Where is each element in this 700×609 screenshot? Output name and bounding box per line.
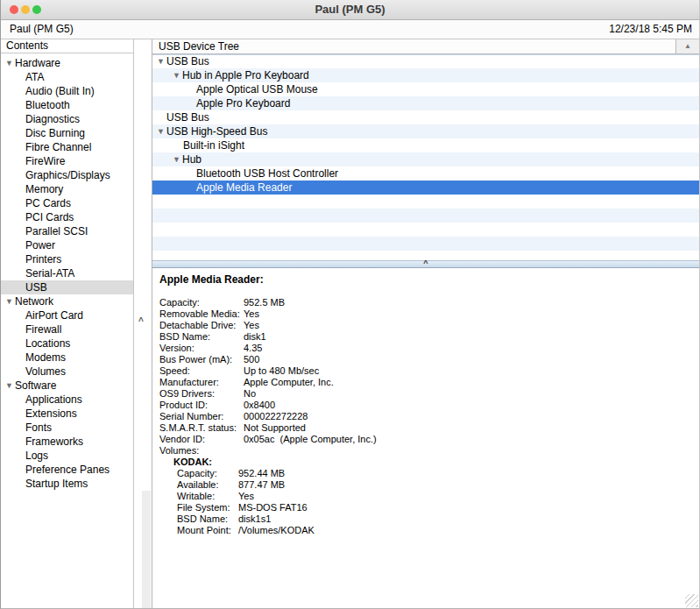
volume-name-kodak: KODAK: <box>152 457 699 468</box>
report-datetime: 12/23/18 5:45 PM <box>609 20 692 39</box>
tree-empty-row[interactable] <box>152 195 699 209</box>
volume-row-writable: Writable:Yes <box>152 491 699 502</box>
detail-row-vendor-id: Vendor ID:0x05ac (Apple Computer, Inc.) <box>152 434 699 445</box>
detail-row-capacity: Capacity:952.5 MB <box>152 297 699 308</box>
sidebar-item-modems[interactable]: Modems <box>1 351 133 365</box>
detail-row-serial-number: Serial Number:000022272228 <box>152 411 699 422</box>
scrollbar-track[interactable] <box>142 491 151 608</box>
disclosure-triangle-icon[interactable]: ▼ <box>173 152 182 166</box>
sidebar-item-memory[interactable]: Memory <box>1 182 133 196</box>
sidebar-item-fibre-channel[interactable]: Fibre Channel <box>1 140 133 154</box>
tree-row-usb-bus-2[interactable]: USB Bus <box>152 110 699 124</box>
resize-grip-icon[interactable] <box>685 594 698 607</box>
details-title: Apple Media Reader: <box>152 268 699 286</box>
volume-row-file-system: File System:MS-DOS FAT16 <box>152 502 699 513</box>
tree-row-apple-media-reader-selected[interactable]: Apple Media Reader <box>152 181 699 195</box>
sidebar-item-printers[interactable]: Printers <box>1 252 133 266</box>
sort-ascending-icon: ▲ <box>684 42 691 50</box>
tree-empty-row[interactable] <box>152 223 699 237</box>
usb-device-tree: ▼USB Bus ▼Hub in Apple Pro Keyboard Appl… <box>152 54 699 260</box>
disclosure-triangle-icon[interactable]: ▼ <box>157 54 166 68</box>
sidebar-item-software[interactable]: ▼Software <box>1 379 133 393</box>
disclosure-triangle-icon[interactable]: ▼ <box>5 56 15 70</box>
sidebar-item-parallel-scsi[interactable]: Parallel SCSI <box>1 224 133 238</box>
detail-row-os9-drivers: OS9 Drivers:No <box>152 388 699 400</box>
detail-row-volumes: Volumes: <box>152 445 699 457</box>
window-title: Paul (PM G5) <box>315 3 385 16</box>
minimize-button[interactable] <box>21 5 30 14</box>
detail-row-smart-status: S.M.A.R.T. status:Not Supported <box>152 422 699 434</box>
sidebar-item-ata[interactable]: ATA <box>1 70 133 84</box>
scroll-up-arrow-icon[interactable]: ^ <box>136 316 146 326</box>
tree-empty-row[interactable] <box>152 237 699 251</box>
detail-row-bus-power: Bus Power (mA):500 <box>152 354 699 365</box>
sort-indicator[interactable]: ▲ <box>675 39 699 53</box>
info-bar: Paul (PM G5) 12/23/18 5:45 PM <box>1 20 699 39</box>
tree-row-usb-high-speed-bus[interactable]: ▼USB High-Speed Bus <box>152 124 699 138</box>
detail-row-detachable-drive: Detachable Drive:Yes <box>152 320 699 331</box>
close-button[interactable] <box>10 5 18 14</box>
volume-row-bsd-name: BSD Name:disk1s1 <box>152 513 699 525</box>
traffic-lights <box>10 5 41 14</box>
tree-row-apple-optical-usb-mouse[interactable]: Apple Optical USB Mouse <box>152 82 699 96</box>
host-name: Paul (PM G5) <box>10 20 74 39</box>
title-bar[interactable]: Paul (PM G5) <box>1 0 699 20</box>
sidebar-item-graphics-displays[interactable]: Graphics/Displays <box>1 168 133 182</box>
sidebar-item-bluetooth[interactable]: Bluetooth <box>1 98 133 112</box>
detail-row-product-id: Product ID:0x8400 <box>152 400 699 411</box>
volume-row-capacity: Capacity:952.44 MB <box>152 468 699 479</box>
sidebar-item-fonts[interactable]: Fonts <box>1 421 133 435</box>
device-tree-header[interactable]: USB Device Tree ▲ <box>152 39 699 54</box>
contents-sidebar: Contents ▼Hardware ATA Audio (Built In) … <box>1 39 134 608</box>
sidebar-list: ▼Hardware ATA Audio (Built In) Bluetooth… <box>1 53 133 491</box>
detail-row-bsd-name: BSD Name:disk1 <box>152 331 699 343</box>
sidebar-item-network[interactable]: ▼Network <box>1 294 133 308</box>
tree-row-built-in-isight[interactable]: Built-in iSight <box>152 138 699 152</box>
detail-row-speed: Speed:Up to 480 Mb/sec <box>152 365 699 377</box>
sidebar-item-usb[interactable]: USB <box>1 280 133 294</box>
sidebar-item-diagnostics[interactable]: Diagnostics <box>1 112 133 126</box>
disclosure-triangle-icon[interactable]: ▼ <box>5 379 15 393</box>
sidebar-item-hardware[interactable]: ▼Hardware <box>1 56 133 70</box>
detail-row-manufacturer: Manufacturer:Apple Computer, Inc. <box>152 377 699 388</box>
disclosure-triangle-icon[interactable]: ▼ <box>173 68 182 82</box>
sidebar-item-airport-card[interactable]: AirPort Card <box>1 308 133 322</box>
sidebar-item-extensions[interactable]: Extensions <box>1 407 133 421</box>
sidebar-item-locations[interactable]: Locations <box>1 336 133 351</box>
main-pane: USB Device Tree ▲ ▼USB Bus ▼Hub in Apple… <box>152 39 699 608</box>
volume-row-mount-point: Mount Point:/Volumes/KODAK <box>152 525 699 536</box>
sidebar-item-logs[interactable]: Logs <box>1 449 133 463</box>
device-details-pane: Apple Media Reader: Capacity:952.5 MB Re… <box>152 268 699 608</box>
tree-empty-row[interactable] <box>152 209 699 223</box>
tree-row-hub[interactable]: ▼Hub <box>152 152 699 166</box>
detail-row-removable-media: Removable Media:Yes <box>152 308 699 320</box>
sidebar-header: Contents <box>1 39 133 53</box>
pane-splitter[interactable]: ^ <box>152 260 699 268</box>
splitter-collapse-icon[interactable]: ^ <box>421 258 430 267</box>
sidebar-item-startup-items[interactable]: Startup Items <box>1 477 133 491</box>
scrollbar-gutter: ^ <box>135 39 152 608</box>
tree-row-apple-pro-keyboard[interactable]: Apple Pro Keyboard <box>152 96 699 110</box>
sidebar-item-power[interactable]: Power <box>1 238 133 252</box>
sidebar-item-serial-ata[interactable]: Serial-ATA <box>1 266 133 280</box>
disclosure-triangle-icon[interactable]: ▼ <box>157 124 166 138</box>
details-body: Capacity:952.5 MB Removable Media:Yes De… <box>152 286 699 536</box>
sidebar-item-firewall[interactable]: Firewall <box>1 322 133 336</box>
sidebar-item-disc-burning[interactable]: Disc Burning <box>1 126 133 140</box>
device-tree-header-label: USB Device Tree <box>159 40 239 53</box>
sidebar-item-audio[interactable]: Audio (Built In) <box>1 84 133 98</box>
zoom-button[interactable] <box>32 5 41 14</box>
sidebar-item-applications[interactable]: Applications <box>1 393 133 407</box>
volume-row-available: Available:877.47 MB <box>152 479 699 491</box>
sidebar-item-pci-cards[interactable]: PCI Cards <box>1 210 133 224</box>
detail-row-version: Version:4.35 <box>152 343 699 354</box>
sidebar-item-frameworks[interactable]: Frameworks <box>1 435 133 449</box>
disclosure-triangle-icon[interactable]: ▼ <box>5 294 15 308</box>
tree-row-usb-bus-1[interactable]: ▼USB Bus <box>152 54 699 68</box>
tree-row-hub-in-apple-pro-keyboard[interactable]: ▼Hub in Apple Pro Keyboard <box>152 68 699 82</box>
tree-row-bluetooth-usb-host-controller[interactable]: Bluetooth USB Host Controller <box>152 166 699 181</box>
sidebar-item-volumes[interactable]: Volumes <box>1 365 133 379</box>
sidebar-item-firewire[interactable]: FireWire <box>1 154 133 168</box>
sidebar-item-preference-panes[interactable]: Preference Panes <box>1 463 133 477</box>
sidebar-item-pc-cards[interactable]: PC Cards <box>1 196 133 210</box>
